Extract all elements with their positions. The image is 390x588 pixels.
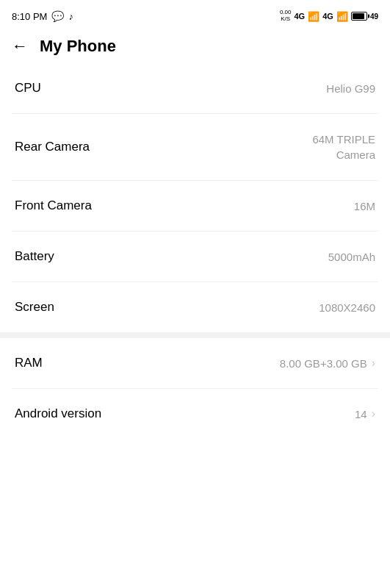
signal-bars-1: 📶 — [308, 11, 319, 22]
time: 8:10 PM — [12, 11, 47, 22]
front-camera-value: 16M — [354, 200, 375, 212]
ram-row[interactable]: RAM 8.00 GB+3.00 GB › — [0, 338, 390, 388]
status-right: 0.00 K/S 4G 📶 4G 📶 49 — [280, 10, 378, 23]
tiktok-icon: ♪ — [68, 11, 73, 22]
ram-value: 8.00 GB+3.00 GB — [280, 357, 367, 370]
front-camera-row: Front Camera 16M — [0, 181, 390, 231]
rear-camera-value: 64M TRIPLECamera — [312, 132, 375, 162]
ram-chevron-icon: › — [372, 356, 375, 370]
network-speed: 0.00 K/S — [280, 10, 292, 23]
signal-bars-2: 📶 — [336, 11, 348, 22]
messenger-icon: 💬 — [51, 10, 64, 22]
4g-icon-1: 4G — [295, 12, 306, 21]
page-title: My Phone — [40, 37, 116, 56]
battery-value: 5000mAh — [328, 251, 375, 263]
rear-camera-label: Rear Camera — [15, 140, 90, 154]
back-button[interactable]: ← — [12, 37, 28, 56]
cpu-row: CPU Helio G99 — [0, 63, 390, 113]
battery-level: 49 — [370, 12, 378, 21]
status-left: 8:10 PM 💬 ♪ — [12, 10, 73, 22]
android-version-value: 14 — [355, 408, 367, 420]
cpu-label: CPU — [15, 81, 41, 96]
screen-value: 1080X2460 — [319, 301, 375, 314]
4g-icon-2: 4G — [322, 12, 333, 21]
android-version-right: 14 › — [355, 407, 375, 420]
android-version-chevron-icon: › — [372, 407, 375, 420]
status-bar: 8:10 PM 💬 ♪ 0.00 K/S 4G 📶 4G 📶 49 — [0, 0, 390, 29]
header: ← My Phone — [0, 29, 390, 63]
battery-label: Battery — [15, 249, 54, 264]
rear-camera-row: Rear Camera 64M TRIPLECamera — [0, 114, 390, 180]
android-version-row[interactable]: Android version 14 › — [0, 389, 390, 439]
screen-label: Screen — [15, 300, 54, 315]
cpu-value: Helio G99 — [326, 82, 375, 95]
ram-right: 8.00 GB+3.00 GB › — [280, 356, 375, 370]
battery-fill — [353, 13, 364, 19]
section-divider — [0, 332, 390, 338]
android-version-label: Android version — [15, 406, 101, 421]
battery-icon — [351, 12, 367, 21]
front-camera-label: Front Camera — [15, 198, 92, 213]
ram-label: RAM — [15, 356, 43, 370]
screen-row: Screen 1080X2460 — [0, 282, 390, 332]
battery-row: Battery 5000mAh — [0, 232, 390, 282]
